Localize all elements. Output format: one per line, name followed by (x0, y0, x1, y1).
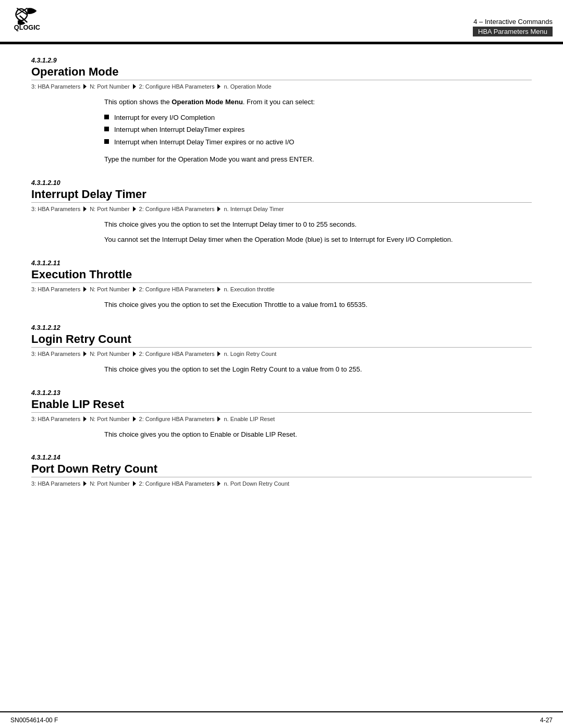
section-title-interrupt-delay-timer: Interrupt Delay Timer (31, 188, 532, 203)
section-paragraph: This choice gives you the option to set … (104, 219, 532, 230)
breadcrumb-item: N: Port Number (90, 206, 129, 212)
section-title-port-down-retry-count: Port Down Retry Count (31, 462, 532, 477)
breadcrumb-item: 2: Configure HBA Parameters (139, 351, 215, 357)
breadcrumb-item: 3: HBA Parameters (31, 351, 80, 357)
section-intro: This option shows the Operation Mode Men… (104, 97, 532, 107)
breadcrumb-arrow-icon (83, 481, 87, 486)
breadcrumb-arrow-icon (133, 416, 136, 422)
breadcrumb-arrow-icon (83, 287, 87, 292)
breadcrumb-operation-mode: 3: HBA ParametersN: Port Number2: Config… (31, 83, 532, 90)
breadcrumb-item: 3: HBA Parameters (31, 480, 80, 487)
section-extra: Type the number for the Operation Mode y… (104, 154, 532, 165)
section-body-execution-throttle: This choice gives you the option to set … (31, 300, 532, 310)
section-paragraph: You cannot set the Interrupt Delay timer… (104, 235, 532, 245)
section-title-enable-lip-reset: Enable LIP Reset (31, 398, 532, 413)
breadcrumb-item: n. Execution throttle (224, 286, 274, 292)
breadcrumb-item: N: Port Number (90, 351, 129, 357)
list-item: Interrupt for every I/O Completion (104, 113, 532, 123)
breadcrumb-item: 3: HBA Parameters (31, 83, 80, 90)
section-number-execution-throttle: 4.3.1.2.11 (31, 260, 532, 267)
section-paragraph: This choice gives you the option to Enab… (104, 429, 532, 440)
qlogic-logo: QLOGIC (10, 6, 68, 32)
breadcrumb-arrow-icon (217, 481, 221, 486)
breadcrumb-arrow-icon (217, 416, 221, 422)
bullet-text: Interrupt when Interrupt DelayTimer expi… (114, 125, 244, 135)
header-right: 4 – Interactive Commands HBA Parameters … (83, 0, 563, 39)
breadcrumb-execution-throttle: 3: HBA ParametersN: Port Number2: Config… (31, 286, 532, 292)
page-header: QLOGIC 4 – Interactive Commands HBA Para… (0, 0, 563, 43)
section-execution-throttle: 4.3.1.2.11Execution Throttle3: HBA Param… (31, 260, 532, 310)
section-number-enable-lip-reset: 4.3.1.2.13 (31, 389, 532, 397)
section-operation-mode: 4.3.1.2.9Operation Mode3: HBA Parameters… (31, 57, 532, 165)
footer-left: SN0054614-00 F (10, 717, 58, 724)
section-number-login-retry-count: 4.3.1.2.12 (31, 324, 532, 331)
section-title-operation-mode: Operation Mode (31, 65, 532, 80)
breadcrumb-item: n. Enable LIP Reset (224, 416, 275, 422)
bullet-list: Interrupt for every I/O CompletionInterr… (104, 113, 532, 147)
section-body-interrupt-delay-timer: This choice gives you the option to set … (31, 219, 532, 245)
section-number-interrupt-delay-timer: 4.3.1.2.10 (31, 179, 532, 187)
section-body-enable-lip-reset: This choice gives you the option to Enab… (31, 429, 532, 440)
section-number-operation-mode: 4.3.1.2.9 (31, 57, 532, 64)
bold-text: Operation Mode Menu (172, 98, 243, 106)
breadcrumb-item: n. Port Down Retry Count (224, 480, 289, 487)
breadcrumb-item: N: Port Number (90, 286, 129, 292)
section-number-port-down-retry-count: 4.3.1.2.14 (31, 454, 532, 461)
breadcrumb-port-down-retry-count: 3: HBA ParametersN: Port Number2: Config… (31, 480, 532, 487)
logo-area: QLOGIC (0, 0, 83, 39)
breadcrumb-arrow-icon (217, 84, 221, 89)
section-paragraph: This choice gives you the option to set … (104, 300, 532, 310)
section-paragraph: This choice gives you the option to set … (104, 364, 532, 375)
section-enable-lip-reset: 4.3.1.2.13Enable LIP Reset3: HBA Paramet… (31, 389, 532, 440)
section-title-execution-throttle: Execution Throttle (31, 268, 532, 283)
breadcrumb-arrow-icon (217, 287, 221, 292)
breadcrumb-enable-lip-reset: 3: HBA ParametersN: Port Number2: Config… (31, 416, 532, 422)
breadcrumb-arrow-icon (217, 351, 221, 356)
breadcrumb-interrupt-delay-timer: 3: HBA ParametersN: Port Number2: Config… (31, 206, 532, 212)
breadcrumb-item: N: Port Number (90, 480, 129, 487)
section-title-login-retry-count: Login Retry Count (31, 332, 532, 348)
breadcrumb-item: 2: Configure HBA Parameters (139, 83, 215, 90)
breadcrumb-item: 2: Configure HBA Parameters (139, 206, 215, 212)
list-item: Interrupt when Interrupt Delay Timer exp… (104, 137, 532, 147)
header-section: HBA Parameters Menu (473, 27, 553, 36)
breadcrumb-item: N: Port Number (90, 416, 129, 422)
breadcrumb-arrow-icon (133, 206, 136, 212)
sections-container: 4.3.1.2.9Operation Mode3: HBA Parameters… (31, 57, 532, 487)
breadcrumb-arrow-icon (83, 84, 87, 89)
bullet-text: Interrupt for every I/O Completion (114, 113, 215, 123)
breadcrumb-item: n. Operation Mode (224, 83, 271, 90)
breadcrumb-arrow-icon (83, 416, 87, 422)
header-chapter: 4 – Interactive Commands (473, 18, 553, 26)
section-body-operation-mode: This option shows the Operation Mode Men… (31, 97, 532, 165)
breadcrumb-arrow-icon (133, 84, 136, 89)
breadcrumb-item: 2: Configure HBA Parameters (139, 416, 215, 422)
bullet-icon (104, 139, 109, 144)
breadcrumb-item: n. Login Retry Count (224, 351, 276, 357)
breadcrumb-item: 2: Configure HBA Parameters (139, 480, 215, 487)
list-item: Interrupt when Interrupt DelayTimer expi… (104, 125, 532, 135)
breadcrumb-arrow-icon (83, 206, 87, 212)
section-port-down-retry-count: 4.3.1.2.14Port Down Retry Count3: HBA Pa… (31, 454, 532, 487)
bullet-icon (104, 127, 109, 131)
footer-right: 4-27 (540, 717, 553, 724)
main-content: 4.3.1.2.9Operation Mode3: HBA Parameters… (0, 44, 563, 543)
breadcrumb-item: 2: Configure HBA Parameters (139, 286, 215, 292)
breadcrumb-login-retry-count: 3: HBA ParametersN: Port Number2: Config… (31, 351, 532, 357)
bullet-icon (104, 115, 109, 119)
bullet-text: Interrupt when Interrupt Delay Timer exp… (114, 137, 294, 147)
page-footer: SN0054614-00 F 4-27 (0, 711, 563, 728)
breadcrumb-arrow-icon (133, 287, 136, 292)
breadcrumb-item: n. Interrupt Delay Timer (224, 206, 284, 212)
svg-text:QLOGIC: QLOGIC (14, 23, 40, 31)
breadcrumb-item: 3: HBA Parameters (31, 286, 80, 292)
section-login-retry-count: 4.3.1.2.12Login Retry Count3: HBA Parame… (31, 324, 532, 375)
breadcrumb-arrow-icon (133, 351, 136, 356)
breadcrumb-item: N: Port Number (90, 83, 129, 90)
breadcrumb-item: 3: HBA Parameters (31, 206, 80, 212)
section-body-login-retry-count: This choice gives you the option to set … (31, 364, 532, 375)
breadcrumb-arrow-icon (217, 206, 221, 212)
breadcrumb-arrow-icon (83, 351, 87, 356)
breadcrumb-arrow-icon (133, 481, 136, 486)
section-interrupt-delay-timer: 4.3.1.2.10Interrupt Delay Timer3: HBA Pa… (31, 179, 532, 245)
